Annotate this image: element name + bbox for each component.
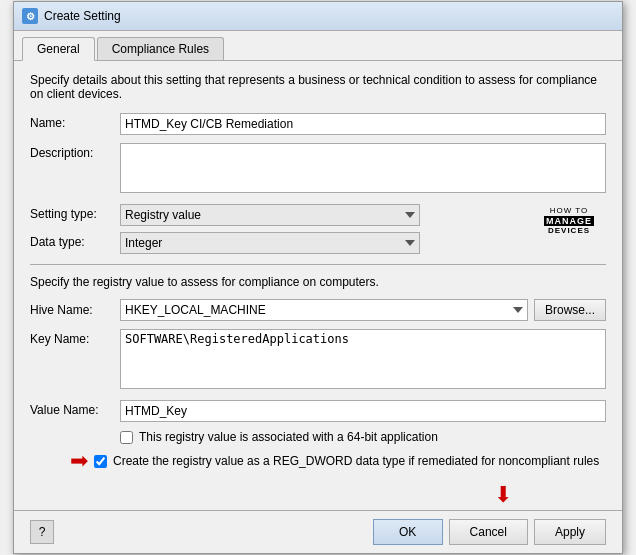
name-input[interactable] [120, 113, 606, 135]
intro-text: Specify details about this setting that … [30, 73, 606, 101]
hive-select[interactable]: HKEY_LOCAL_MACHINE [120, 299, 528, 321]
apply-button[interactable]: Apply [534, 519, 606, 545]
dialog-icon: ⚙ [22, 8, 38, 24]
checkbox-64bit-label: This registry value is associated with a… [139, 430, 438, 444]
key-name-row: Key Name: SOFTWARE\RegisteredApplication… [30, 329, 606, 392]
tab-compliance-rules[interactable]: Compliance Rules [97, 37, 224, 60]
data-type-row: Data type: Integer [30, 232, 606, 254]
hive-name-row: Hive Name: HKEY_LOCAL_MACHINE Browse... [30, 299, 606, 321]
checkbox-dword-row: ➡ Create the registry value as a REG_DWO… [30, 450, 606, 472]
red-arrow-icon: ➡ [70, 450, 88, 472]
setting-type-select[interactable]: Registry value [120, 204, 420, 226]
description-label: Description: [30, 143, 120, 160]
ok-button[interactable]: OK [373, 519, 443, 545]
key-name-label: Key Name: [30, 329, 120, 346]
checkbox-dword-label: Create the registry value as a REG_DWORD… [113, 454, 599, 468]
dialog-content: Specify details about this setting that … [14, 61, 622, 484]
title-bar: ⚙ Create Setting [14, 2, 622, 31]
value-name-row: Value Name: [30, 400, 606, 422]
cancel-button[interactable]: Cancel [449, 519, 528, 545]
create-setting-dialog: ⚙ Create Setting General Compliance Rule… [13, 1, 623, 554]
button-bar-wrapper: ⬇ ? OK Cancel Apply [14, 484, 622, 553]
description-input[interactable] [120, 143, 606, 193]
name-label: Name: [30, 113, 120, 130]
ok-arrow-container: ⬇ [14, 484, 622, 506]
setting-type-row: Setting type: Registry value [30, 204, 606, 226]
hive-label: Hive Name: [30, 303, 120, 317]
description-row: Description: [30, 143, 606, 196]
registry-section-text: Specify the registry value to assess for… [30, 275, 606, 289]
data-type-select[interactable]: Integer [120, 232, 420, 254]
name-row: Name: [30, 113, 606, 135]
help-icon[interactable]: ? [30, 520, 54, 544]
tab-general[interactable]: General [22, 37, 95, 61]
checkbox-reg-dword[interactable] [94, 455, 107, 468]
data-type-label: Data type: [30, 232, 120, 249]
tab-bar: General Compliance Rules [14, 31, 622, 61]
button-bar: ? OK Cancel Apply [14, 510, 622, 553]
bottom-left: ? [30, 520, 367, 544]
dialog-title: Create Setting [44, 9, 121, 23]
down-arrow-icon: ⬇ [494, 484, 512, 506]
section-divider [30, 264, 606, 265]
checkbox-64bit[interactable] [120, 431, 133, 444]
setting-type-label: Setting type: [30, 204, 120, 221]
checkbox-64bit-row: This registry value is associated with a… [30, 430, 606, 444]
watermark: HOW TO MANAGE DEVICES [544, 206, 594, 236]
key-name-input[interactable]: SOFTWARE\RegisteredApplications [120, 329, 606, 389]
value-name-input[interactable] [120, 400, 606, 422]
browse-button[interactable]: Browse... [534, 299, 606, 321]
value-name-label: Value Name: [30, 400, 120, 417]
